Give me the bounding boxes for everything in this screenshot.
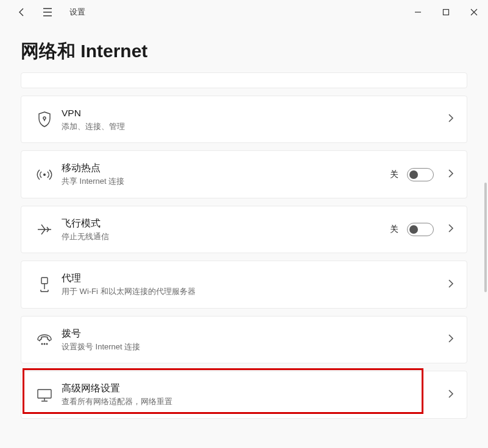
svg-point-6 xyxy=(46,343,48,345)
item-title: 代理 xyxy=(62,272,442,285)
minimize-button[interactable] xyxy=(404,0,432,24)
item-desc: 共享 Internet 连接 xyxy=(62,176,390,187)
page-title: 网络和 Internet xyxy=(0,24,488,72)
item-title: VPN xyxy=(62,107,442,120)
chevron-right-icon xyxy=(447,390,454,401)
item-desc: 用于 Wi-Fi 和以太网连接的代理服务器 xyxy=(62,286,442,297)
item-desc: 设置拨号 Internet 连接 xyxy=(62,341,442,352)
svg-rect-3 xyxy=(41,278,48,284)
item-desc: 查看所有网络适配器，网络重置 xyxy=(62,396,442,407)
shield-icon xyxy=(31,111,58,127)
item-desc: 添加、连接、管理 xyxy=(62,121,442,132)
hamburger-menu-button[interactable] xyxy=(40,5,55,19)
chevron-right-icon xyxy=(447,279,454,290)
settings-item-vpn[interactable]: VPN 添加、连接、管理 xyxy=(21,96,467,143)
chevron-right-icon xyxy=(447,224,454,235)
svg-rect-7 xyxy=(38,390,51,398)
svg-point-2 xyxy=(43,173,46,176)
settings-item-airplane[interactable]: 飞行模式 停止无线通信 关 xyxy=(21,206,467,253)
item-title: 飞行模式 xyxy=(62,217,390,230)
svg-rect-0 xyxy=(444,10,449,15)
hotspot-icon xyxy=(31,168,58,181)
hotspot-toggle[interactable] xyxy=(407,168,434,181)
svg-point-5 xyxy=(44,343,45,345)
proxy-icon xyxy=(31,277,58,293)
maximize-button[interactable] xyxy=(432,0,460,24)
airplane-toggle[interactable] xyxy=(407,223,434,236)
chevron-right-icon xyxy=(447,334,454,345)
close-button[interactable] xyxy=(460,0,488,24)
toggle-state-label: 关 xyxy=(390,224,398,235)
item-title: 高级网络设置 xyxy=(62,382,442,395)
settings-item-advanced[interactable]: 高级网络设置 查看所有网络适配器，网络重置 xyxy=(21,371,467,418)
settings-item-proxy[interactable]: 代理 用于 Wi-Fi 和以太网连接的代理服务器 xyxy=(21,261,467,308)
scrollbar[interactable] xyxy=(484,183,487,292)
app-title: 设置 xyxy=(69,7,85,18)
settings-item-hotspot[interactable]: 移动热点 共享 Internet 连接 关 xyxy=(21,150,467,198)
item-desc: 停止无线通信 xyxy=(62,231,390,242)
chevron-right-icon xyxy=(447,114,454,125)
item-title: 移动热点 xyxy=(62,162,390,175)
item-title: 拨号 xyxy=(62,327,442,340)
titlebar: 设置 xyxy=(0,0,488,24)
settings-item-partial[interactable] xyxy=(21,72,467,88)
chevron-right-icon xyxy=(447,169,454,180)
monitor-icon xyxy=(31,388,58,402)
settings-list: VPN 添加、连接、管理 移动热点 共享 Internet 连接 关 xyxy=(0,72,488,448)
airplane-icon xyxy=(31,223,58,236)
back-button[interactable] xyxy=(15,5,29,19)
toggle-state-label: 关 xyxy=(390,169,398,180)
svg-point-1 xyxy=(43,117,46,119)
settings-item-dialup[interactable]: 拨号 设置拨号 Internet 连接 xyxy=(21,316,467,363)
svg-point-4 xyxy=(41,343,43,345)
phone-icon xyxy=(31,334,58,346)
